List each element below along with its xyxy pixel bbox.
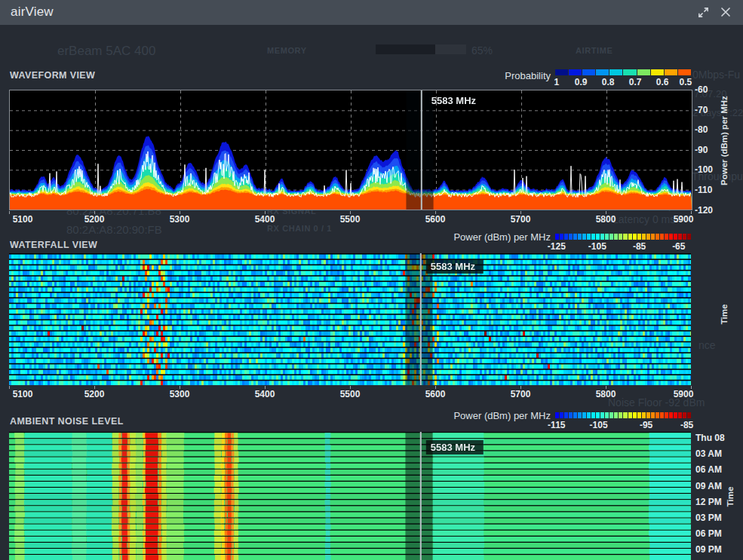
colorbar-tick-label: 0.8 [602, 77, 615, 87]
colorbar-tick-label: -85 [633, 241, 646, 252]
colorbar-segment [555, 412, 559, 418]
colorbar-tick-label: 1 [554, 77, 559, 87]
power-axis-label: -90 [695, 145, 708, 155]
close-icon[interactable] [717, 4, 734, 20]
axis-tick-label: 5900 [667, 214, 700, 225]
axis-tick-label: 5800 [589, 214, 622, 225]
power-axis-label: -60 [695, 84, 708, 95]
waterfall-colorbar-ticks: -125-105-85-65 [555, 241, 691, 251]
colorbar-segment [674, 234, 677, 240]
probability-colorbar-ticks: 10.90.80.70.60.5 [555, 77, 691, 87]
colorbar-segment [578, 412, 582, 418]
power-axis-label: -110 [695, 185, 712, 195]
colorbar-segment [596, 412, 600, 418]
colorbar-segment [665, 412, 668, 418]
waterfall-section-title: WATERFALL VIEW [10, 240, 97, 250]
colorbar-segment [646, 234, 650, 240]
colorbar-segment [660, 412, 664, 418]
ambient-ylabel: Time [726, 462, 735, 531]
ghost-progress-bar [376, 44, 466, 54]
colorbar-segment [600, 234, 604, 240]
ambient-plot[interactable] [9, 432, 691, 560]
time-axis-label: 06 PM [695, 528, 729, 539]
colorbar-segment [637, 412, 641, 418]
time-axis-label: 09 PM [695, 544, 729, 555]
colorbar-segment [669, 234, 673, 240]
colorbar-segment [560, 234, 563, 240]
waterfall-colorbar [555, 234, 691, 240]
airview-app: { "window": { "title": "airView", "expan… [0, 0, 743, 560]
colorbar-segment [651, 412, 655, 418]
colorbar-segment [569, 234, 573, 240]
ghost-text: RX CHAIN 0 / 1 [267, 224, 332, 233]
expand-icon[interactable] [695, 4, 711, 20]
colorbar-segment [669, 412, 673, 418]
ambient-colorbar-ticks: -115-105-95-85 [555, 420, 691, 430]
colorbar-segment [678, 412, 682, 418]
time-axis-label: 12 PM [695, 497, 729, 507]
colorbar-segment [646, 412, 650, 418]
colorbar-segment [614, 234, 618, 240]
colorbar-segment [591, 234, 595, 240]
colorbar-segment [560, 412, 563, 418]
colorbar-segment [619, 412, 622, 418]
axis-tick-label: 5400 [248, 214, 281, 225]
colorbar-segment [555, 69, 568, 75]
waveform-plot[interactable] [9, 90, 692, 210]
colorbar-segment [637, 69, 650, 75]
ghost-text: AIRTIME [576, 46, 613, 55]
colorbar-segment [619, 234, 622, 240]
window-title: airView [11, 5, 54, 20]
colorbar-segment [564, 412, 568, 418]
waveform-ylabel: Power (dBm) per MHz [720, 113, 729, 185]
probability-colorbar [555, 69, 691, 75]
colorbar-segment [687, 234, 691, 240]
colorbar-segment [628, 234, 632, 240]
colorbar-segment [651, 69, 664, 75]
colorbar-segment [569, 412, 573, 418]
ghost-text: 80:2A:A8:20:90:FB [66, 223, 162, 236]
colorbar-tick-label: -105 [588, 241, 606, 252]
waterfall-legend-label: Power (dBm) per MHz [453, 231, 551, 243]
colorbar-segment [614, 412, 618, 418]
time-axis-label: Thu 08 [695, 433, 729, 443]
axis-tick-label: 5100 [6, 214, 39, 225]
colorbar-segment [582, 412, 586, 418]
time-axis-label: 09 AM [695, 481, 729, 491]
waterfall-ylabel: Time [720, 280, 729, 349]
colorbar-segment [633, 412, 637, 418]
colorbar-segment [600, 412, 604, 418]
colorbar-segment [633, 234, 637, 240]
power-axis-label: -80 [695, 124, 708, 135]
colorbar-tick-label: 0.9 [575, 77, 588, 87]
waterfall-plot[interactable] [9, 253, 691, 385]
colorbar-segment [596, 234, 600, 240]
time-axis-label: 06 AM [695, 464, 729, 475]
colorbar-segment [628, 412, 632, 418]
colorbar-segment [674, 412, 677, 418]
colorbar-tick-label: -95 [640, 420, 652, 430]
ambient-legend-label: Power (dBm) per MHz [453, 410, 551, 421]
colorbar-segment [578, 234, 582, 240]
colorbar-segment [683, 412, 686, 418]
axis-tick-label: 5700 [504, 389, 537, 399]
colorbar-segment [582, 234, 586, 240]
ghost-text: nce [698, 339, 716, 351]
colorbar-tick-label: -125 [548, 241, 566, 252]
colorbar-segment [609, 234, 613, 240]
colorbar-segment [605, 412, 609, 418]
colorbar-segment [569, 69, 582, 75]
colorbar-segment [587, 234, 591, 240]
colorbar-segment [655, 234, 659, 240]
axis-tick-label: 5800 [589, 389, 622, 399]
colorbar-segment [660, 234, 664, 240]
colorbar-segment [591, 412, 595, 418]
probability-legend-label: Probability [505, 70, 551, 81]
axis-tick-label: 5400 [248, 389, 281, 399]
colorbar-segment [651, 234, 655, 240]
colorbar-segment [665, 69, 677, 75]
colorbar-tick-label: -115 [548, 420, 565, 430]
colorbar-segment [623, 234, 627, 240]
colorbar-segment [683, 234, 686, 240]
axis-tick-label: 5100 [6, 389, 39, 399]
